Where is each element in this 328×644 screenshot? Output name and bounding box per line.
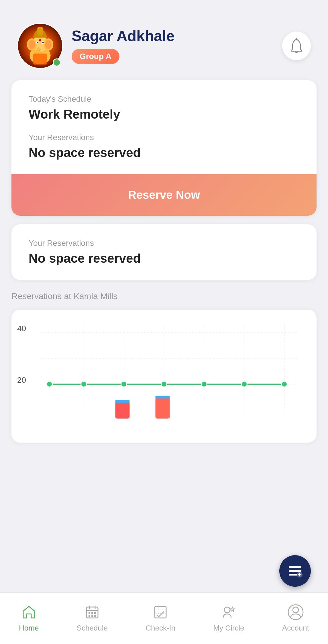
group-badge: Group A (72, 49, 119, 64)
bell-icon (288, 38, 305, 54)
nav-label-mycircle: My Circle (213, 624, 244, 633)
svg-rect-51 (89, 615, 90, 617)
reserve-now-button[interactable]: Reserve Now (11, 174, 317, 216)
svg-point-27 (47, 381, 52, 387)
reservations-value-2: No space reserved (29, 251, 299, 266)
nav-item-schedule[interactable]: Schedule (68, 601, 116, 635)
nav-label-account: Account (282, 624, 309, 633)
user-info: Sagar Adkhale Group A (72, 28, 174, 64)
mycircle-icon (221, 604, 237, 620)
home-icon (21, 604, 37, 620)
schedule-icon (84, 604, 100, 620)
svg-point-30 (161, 381, 167, 387)
bottom-navigation: Home Schedule Check-In (0, 592, 328, 644)
svg-rect-48 (89, 612, 90, 614)
header-left: Sagar Adkhale Group A (17, 23, 174, 69)
today-schedule-value: Work Remotely (29, 107, 299, 121)
svg-point-29 (121, 381, 127, 387)
svg-point-31 (201, 381, 207, 387)
svg-point-14 (44, 39, 45, 40)
y-label-20: 20 (17, 376, 26, 385)
svg-rect-38 (289, 566, 301, 568)
schedule-card-content: Today's Schedule Work Remotely Your Rese… (11, 80, 317, 174)
svg-point-17 (296, 38, 297, 40)
nav-label-schedule: Schedule (77, 624, 108, 633)
svg-point-12 (39, 39, 41, 42)
svg-rect-15 (33, 54, 47, 65)
svg-rect-52 (91, 615, 93, 617)
svg-point-6 (29, 40, 35, 49)
svg-rect-39 (289, 570, 301, 572)
nav-label-home: Home (19, 624, 39, 633)
svg-point-28 (81, 381, 87, 387)
notification-button[interactable] (282, 32, 311, 60)
svg-rect-50 (94, 612, 96, 614)
reservations-label-1: Your Reservations (29, 133, 299, 142)
svg-rect-37 (156, 396, 170, 398)
reservations-label-2: Your Reservations (29, 239, 299, 248)
svg-point-13 (35, 39, 36, 40)
svg-point-10 (37, 42, 38, 44)
account-icon (288, 604, 304, 620)
svg-rect-49 (91, 612, 93, 614)
app-container: Sagar Adkhale Group A Today's Schedule W… (0, 0, 328, 644)
fab-icon (286, 562, 304, 580)
svg-point-7 (45, 40, 52, 49)
chart-section: Reservations at Kamla Mills 40 20 (11, 291, 317, 443)
header: Sagar Adkhale Group A (0, 0, 328, 80)
checkin-icon (152, 604, 168, 620)
fab-button[interactable] (279, 555, 311, 587)
nav-item-home[interactable]: Home (10, 601, 47, 635)
svg-point-58 (224, 607, 230, 613)
svg-rect-36 (115, 400, 130, 403)
svg-rect-35 (156, 397, 170, 419)
chart-title: Reservations at Kamla Mills (11, 291, 317, 301)
svg-point-33 (282, 381, 287, 387)
svg-point-32 (241, 381, 247, 387)
nav-item-checkin[interactable]: Check-In (137, 601, 184, 635)
nav-item-mycircle[interactable]: My Circle (205, 601, 253, 635)
svg-point-11 (42, 42, 44, 44)
online-status-dot (53, 58, 61, 66)
reservations-card: Your Reservations No space reserved (11, 224, 317, 280)
today-schedule-label: Today's Schedule (29, 95, 299, 104)
nav-label-checkin: Check-In (146, 624, 175, 633)
svg-rect-54 (155, 606, 166, 618)
svg-rect-3 (37, 27, 43, 36)
nav-item-account[interactable]: Account (274, 601, 318, 635)
reservations-value-1: No space reserved (29, 146, 299, 160)
svg-marker-59 (230, 607, 235, 612)
svg-rect-34 (115, 401, 130, 419)
user-name: Sagar Adkhale (72, 28, 174, 44)
svg-point-60 (293, 607, 298, 613)
avatar-container (17, 23, 63, 69)
chart-container: 40 20 (11, 310, 317, 443)
svg-rect-53 (94, 615, 96, 617)
chart-svg (34, 324, 305, 433)
y-label-40: 40 (17, 324, 26, 333)
schedule-card: Today's Schedule Work Remotely Your Rese… (11, 80, 317, 216)
svg-rect-40 (289, 574, 297, 576)
